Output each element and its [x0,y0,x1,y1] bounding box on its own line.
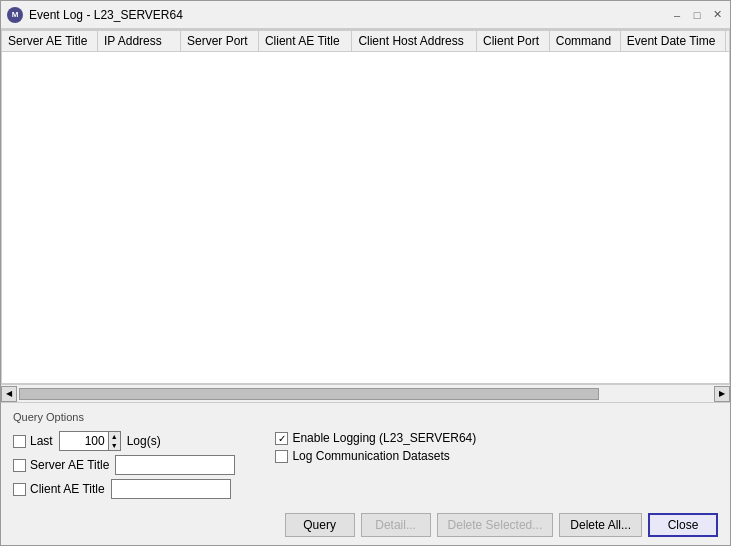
column-header[interactable]: Client Port [477,31,550,52]
delete-selected-button[interactable]: Delete Selected... [437,513,554,537]
enable-logging-label[interactable]: Enable Logging (L23_SERVER64) [275,431,476,445]
column-header[interactable]: Command [549,31,620,52]
query-right: Enable Logging (L23_SERVER64) Log Commun… [275,431,476,499]
delete-all-button[interactable]: Delete All... [559,513,642,537]
column-header[interactable]: IP Address [97,31,180,52]
bottom-buttons: Query Detail... Delete Selected... Delet… [1,507,730,545]
scrollbar-thumb[interactable] [19,388,599,400]
window-title: Event Log - L23_SERVER64 [29,8,183,22]
query-rows: Last ▲ ▼ Log(s) Server AE Title [13,431,718,499]
close-window-button[interactable]: ✕ [708,6,726,24]
title-bar: M Event Log - L23_SERVER64 – □ ✕ [1,1,730,29]
log-communication-checkbox[interactable] [275,450,288,463]
title-bar-left: M Event Log - L23_SERVER64 [7,7,183,23]
query-button[interactable]: Query [285,513,355,537]
header-row: Server AE TitleIP AddressServer PortClie… [2,31,730,52]
main-window: M Event Log - L23_SERVER64 – □ ✕ Server … [0,0,731,546]
client-ae-checkbox[interactable] [13,483,26,496]
log-communication-row: Log Communication Datasets [275,449,476,463]
scroll-left-button[interactable]: ◀ [1,386,17,402]
enable-logging-text: Enable Logging (L23_SERVER64) [292,431,476,445]
query-left: Last ▲ ▼ Log(s) Server AE Title [13,431,235,499]
server-ae-label: Server AE Title [30,458,109,472]
log-communication-text: Log Communication Datasets [292,449,449,463]
close-button[interactable]: Close [648,513,718,537]
maximize-button[interactable]: □ [688,6,706,24]
client-ae-checkbox-label[interactable]: Client AE Title [13,482,105,496]
spinner-buttons: ▲ ▼ [109,431,121,451]
server-ae-row: Server AE Title [13,455,235,475]
detail-button[interactable]: Detail... [361,513,431,537]
last-value-input[interactable] [59,431,109,451]
enable-logging-row: Enable Logging (L23_SERVER64) [275,431,476,445]
column-header[interactable]: Server Port [181,31,259,52]
client-ae-label: Client AE Title [30,482,105,496]
app-icon: M [7,7,23,23]
table-area[interactable]: Server AE TitleIP AddressServer PortClie… [1,30,730,384]
log-communication-label[interactable]: Log Communication Datasets [275,449,449,463]
spinner-up-button[interactable]: ▲ [109,432,120,441]
minimize-button[interactable]: – [668,6,686,24]
last-spinner: ▲ ▼ [59,431,121,451]
horizontal-scrollbar[interactable]: ◀ ▶ [1,384,730,402]
query-panel: Query Options Last ▲ ▼ Log [1,402,730,507]
column-header[interactable]: MessageDirection [726,31,730,52]
last-row: Last ▲ ▼ Log(s) [13,431,235,451]
log-s-label: Log(s) [127,434,161,448]
spinner-down-button[interactable]: ▼ [109,441,120,450]
query-options-title: Query Options [13,411,718,423]
last-checkbox[interactable] [13,435,26,448]
column-header[interactable]: Client Host Address [352,31,477,52]
enable-logging-checkbox[interactable] [275,432,288,445]
scrollbar-track [1,388,730,400]
last-label: Last [30,434,53,448]
server-ae-checkbox-label[interactable]: Server AE Title [13,458,109,472]
client-ae-row: Client AE Title [13,479,235,499]
column-header[interactable]: Server AE Title [2,31,97,52]
scroll-right-button[interactable]: ▶ [714,386,730,402]
column-header[interactable]: Client AE Title [258,31,351,52]
server-ae-checkbox[interactable] [13,459,26,472]
title-bar-controls: – □ ✕ [668,6,726,24]
client-ae-input[interactable] [111,479,231,499]
last-checkbox-label[interactable]: Last [13,434,53,448]
column-header[interactable]: Event Date Time [620,31,726,52]
server-ae-input[interactable] [115,455,235,475]
